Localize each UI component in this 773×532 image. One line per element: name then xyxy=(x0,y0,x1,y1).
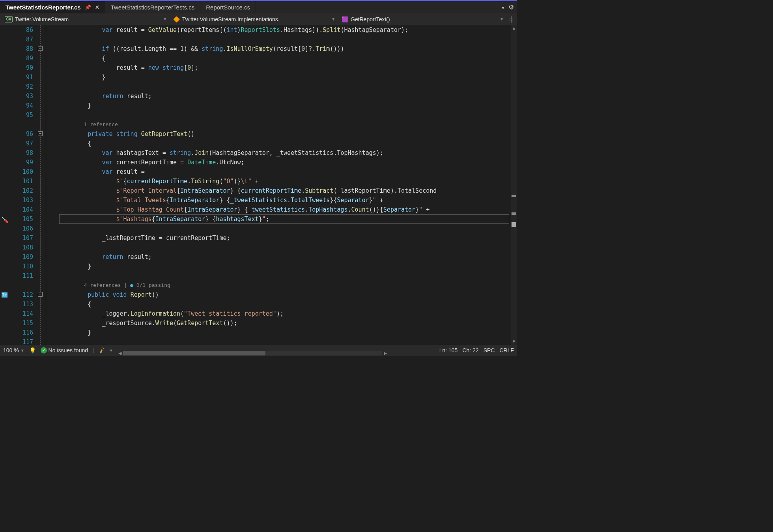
scroll-right-icon[interactable]: ▶ xyxy=(384,351,387,356)
chevron-down-icon: ▼ xyxy=(21,348,24,353)
check-icon: ✓ xyxy=(41,347,47,353)
line-number: 113 xyxy=(11,299,33,309)
line-number: 109 xyxy=(11,252,33,262)
scroll-up-icon[interactable]: ▲ xyxy=(511,25,517,32)
indent-mode[interactable]: SPC xyxy=(484,347,495,353)
line-number: 99 xyxy=(11,158,33,167)
fold-toggle[interactable]: − xyxy=(38,131,43,136)
gear-icon[interactable]: ⚙ xyxy=(508,4,514,11)
vertical-scrollbar[interactable]: ▲ ▼ xyxy=(511,25,517,345)
nav-namespace-label: Twitter.VolumeStream xyxy=(15,16,69,22)
code-line: { xyxy=(59,54,517,63)
line-number: 104 xyxy=(11,205,33,214)
pin-icon[interactable]: 📌 xyxy=(85,4,91,10)
line-number: 86 xyxy=(11,25,33,35)
line-number: 102 xyxy=(11,186,33,195)
cursor-line[interactable]: Ln: 105 xyxy=(439,347,458,353)
code-line: var result = xyxy=(59,167,517,177)
code-line: $"Report Interval{IntraSeparator} {curre… xyxy=(59,186,517,195)
line-number: 93 xyxy=(11,91,33,101)
nav-class[interactable]: 🔶 Twitter.VolumeStream.Implementations. … xyxy=(171,15,338,24)
line-number: 94 xyxy=(11,101,33,110)
info-icon[interactable]: I↑ xyxy=(2,292,7,298)
line-number: 106 xyxy=(11,224,33,233)
code-line xyxy=(59,337,517,345)
code-line: public void Report() xyxy=(59,290,517,299)
editor[interactable]: 🪛 I↑ 86 87 88 89 90 91 92 93 94 95 96 97… xyxy=(0,25,517,345)
line-number: 105 xyxy=(11,214,33,224)
code-line: var hashtagsText = string.Join(HashtagSe… xyxy=(59,148,517,158)
code-line xyxy=(59,35,517,44)
code-line: $"Hashtags{IntraSeparator} {hashtagsText… xyxy=(59,214,517,224)
margin-column: 🪛 I↑ xyxy=(0,25,11,345)
code-line xyxy=(59,110,517,120)
csharp-icon: C# xyxy=(5,16,13,22)
line-number: 107 xyxy=(11,233,33,243)
fold-column: − − − xyxy=(36,25,59,345)
scroll-left-icon[interactable]: ◀ xyxy=(118,351,121,356)
close-icon[interactable]: ✕ xyxy=(95,4,99,10)
line-number: 114 xyxy=(11,309,33,318)
code-line: _resportSource.Write(GetReportText()); xyxy=(59,318,517,328)
line-number: 101 xyxy=(11,177,33,186)
split-icon[interactable]: ╪ xyxy=(508,16,515,22)
code-line: $"{currentReportTime.ToString("O")}\t" + xyxy=(59,177,517,186)
class-icon: 🔶 xyxy=(173,16,180,22)
line-number: 111 xyxy=(11,271,33,281)
tab-bar: TweetStatisticsReporter.cs 📌 ✕ TweetStat… xyxy=(0,0,517,13)
status-bar: 100 % ▼ 💡 ✓ No issues found | 🖌 ▼ ◀ ▶ Ln… xyxy=(0,345,517,356)
lightbulb-icon[interactable]: 💡 xyxy=(29,347,36,353)
code-line xyxy=(59,243,517,252)
nav-bar: C# Twitter.VolumeStream ▼ 🔶 Twitter.Volu… xyxy=(0,13,517,25)
brush-icon[interactable]: 🖌 xyxy=(98,346,105,354)
line-number: 88 xyxy=(11,44,33,54)
scroll-down-icon[interactable]: ▼ xyxy=(511,339,517,345)
method-icon: 🟪 xyxy=(342,16,348,22)
tab-label: TweetStatisticsReporter.cs xyxy=(6,4,81,11)
line-number: 116 xyxy=(11,328,33,337)
code-line: } xyxy=(59,101,517,110)
code-line xyxy=(59,82,517,91)
nav-method[interactable]: 🟪 GetReportText() ▼ xyxy=(339,15,506,24)
line-number: 92 xyxy=(11,82,33,91)
code-line xyxy=(59,271,517,281)
nav-namespace[interactable]: C# Twitter.VolumeStream ▼ xyxy=(2,15,169,24)
code[interactable]: var result = GetValue(reportItems[(int)R… xyxy=(59,25,517,345)
screwdriver-icon[interactable]: 🪛 xyxy=(2,217,8,223)
fold-toggle[interactable]: − xyxy=(38,46,43,51)
chevron-down-icon[interactable]: ▼ xyxy=(109,348,113,353)
line-number: 110 xyxy=(11,262,33,271)
code-line: } xyxy=(59,73,517,82)
test-status-icon: ● xyxy=(130,282,133,288)
code-line: return result; xyxy=(59,91,517,101)
code-line: } xyxy=(59,328,517,337)
line-number: 112 xyxy=(11,290,33,299)
line-number: 98 xyxy=(11,148,33,158)
code-line: $"Total Tweets{IntraSeparator} {_tweetSt… xyxy=(59,195,517,205)
fold-toggle[interactable]: − xyxy=(38,292,43,297)
code-line: { xyxy=(59,299,517,309)
line-number xyxy=(11,120,33,129)
zoom-level[interactable]: 100 % ▼ xyxy=(3,347,24,353)
line-number: 90 xyxy=(11,63,33,73)
code-line: private string GetReportText() xyxy=(59,129,517,139)
tab-active[interactable]: TweetStatisticsReporter.cs 📌 ✕ xyxy=(0,1,105,13)
cursor-col[interactable]: Ch: 22 xyxy=(462,347,478,353)
chevron-down-icon: ▼ xyxy=(163,17,167,21)
chevron-down-icon: ▼ xyxy=(500,17,504,21)
code-line: } xyxy=(59,262,517,271)
codelens[interactable]: 4 references | ● 0/1 passing xyxy=(59,281,517,290)
horizontal-scrollbar[interactable]: ◀ ▶ xyxy=(118,350,387,356)
tab-tests[interactable]: TweetStatisticsReporterTests.cs xyxy=(105,1,201,13)
tab-reportsource[interactable]: ReportSource.cs xyxy=(200,1,256,13)
nav-method-label: GetReportText() xyxy=(351,16,390,22)
line-number: 97 xyxy=(11,139,33,148)
line-number: 115 xyxy=(11,318,33,328)
codelens[interactable]: 1 reference xyxy=(59,120,517,129)
chevron-down-icon[interactable]: ▾ xyxy=(502,4,504,11)
line-ending[interactable]: CRLF xyxy=(499,347,514,353)
chevron-down-icon: ▼ xyxy=(331,17,335,21)
code-line: var currentReportTime = DateTime.UtcNow; xyxy=(59,158,517,167)
line-number: 96 xyxy=(11,129,33,139)
issues-status[interactable]: ✓ No issues found xyxy=(41,347,88,353)
